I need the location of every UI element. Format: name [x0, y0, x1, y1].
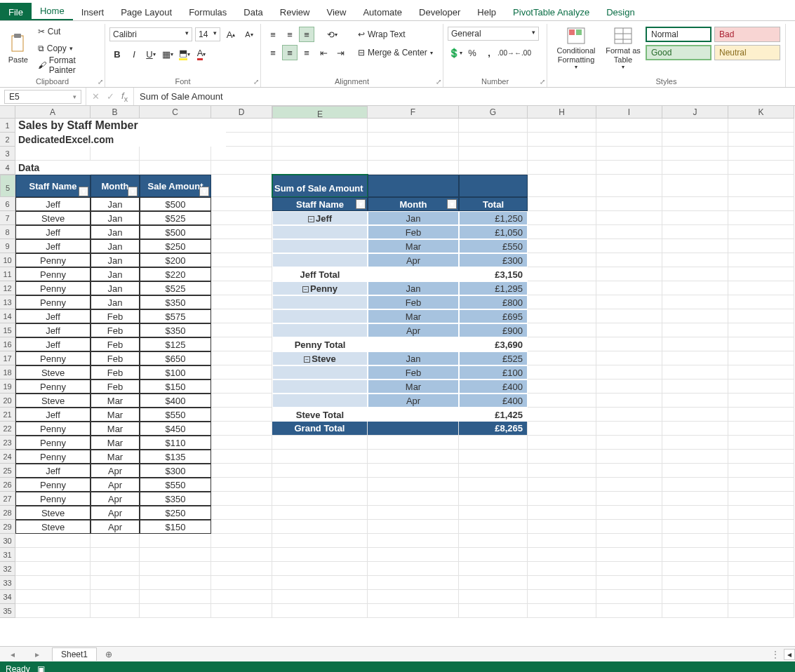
cell-C16[interactable]: $125 [140, 337, 211, 351]
cell-H27[interactable] [528, 492, 596, 506]
cell-H3[interactable] [528, 147, 596, 161]
cell-D21[interactable] [211, 408, 272, 422]
cell-A20[interactable]: Steve [15, 394, 91, 408]
cell-I32[interactable] [596, 562, 662, 576]
cell-G34[interactable] [459, 590, 528, 604]
cell-G22[interactable]: £8,265 [459, 422, 528, 436]
row-header-34[interactable]: 34 [0, 590, 15, 604]
cell-J20[interactable] [662, 394, 728, 408]
cell-B29[interactable]: Apr [91, 520, 140, 534]
percent-icon[interactable]: % [465, 45, 480, 60]
cell-B24[interactable]: Mar [91, 450, 140, 464]
cell-K17[interactable] [728, 351, 794, 365]
cell-F4[interactable] [368, 161, 459, 175]
cell-B35[interactable] [91, 604, 140, 618]
row-header-28[interactable]: 28 [0, 506, 15, 520]
cell-E2[interactable] [272, 133, 368, 147]
cell-C10[interactable]: $200 [140, 253, 211, 267]
cell-A27[interactable]: Penny [15, 492, 91, 506]
cell-A3[interactable] [15, 147, 91, 161]
col-header-A[interactable]: A [15, 106, 91, 119]
cell-H6[interactable] [528, 197, 596, 211]
cell-A11[interactable]: Penny [15, 267, 91, 281]
cell-H32[interactable] [528, 562, 596, 576]
cell-C7[interactable]: $525 [140, 211, 211, 225]
sheet-nav-prev-icon[interactable]: ◂ [11, 650, 15, 659]
cell-A6[interactable]: Jeff [15, 197, 91, 211]
spreadsheet-grid[interactable]: ABCDEFGHIJK 1234567891011121314151617181… [0, 106, 795, 646]
cell-G29[interactable] [459, 520, 528, 534]
cell-G20[interactable]: £400 [459, 394, 528, 408]
cell-H16[interactable] [528, 337, 596, 351]
cell-B30[interactable] [91, 534, 140, 548]
cell-G16[interactable]: £3,690 [459, 337, 528, 351]
italic-icon[interactable]: I [126, 46, 142, 62]
cell-I27[interactable] [596, 492, 662, 506]
cell-I19[interactable] [596, 379, 662, 394]
cell-D32[interactable] [211, 562, 272, 576]
underline-icon[interactable]: U▾ [143, 46, 159, 62]
cell-J9[interactable] [662, 239, 728, 253]
cell-E19[interactable] [272, 379, 368, 394]
cell-E20[interactable] [272, 394, 368, 408]
cell-I8[interactable] [596, 225, 662, 239]
cell-F32[interactable] [368, 562, 459, 576]
cell-K3[interactable] [728, 147, 794, 161]
font-size-select[interactable]: 14▾ [195, 27, 220, 41]
cell-K19[interactable] [728, 379, 794, 394]
cell-E12[interactable]: −Penny [272, 281, 368, 295]
row-header-29[interactable]: 29 [0, 520, 15, 534]
cell-H17[interactable] [528, 351, 596, 365]
cell-F30[interactable] [368, 534, 459, 548]
cell-I21[interactable] [596, 408, 662, 422]
cell-C35[interactable] [140, 604, 211, 618]
col-header-F[interactable]: F [368, 106, 459, 119]
cell-B31[interactable] [91, 548, 140, 562]
row-header-35[interactable]: 35 [0, 604, 15, 618]
cell-F11[interactable] [368, 267, 459, 281]
formula-input[interactable]: Sum of Sale Amount [134, 90, 795, 103]
cell-D12[interactable] [211, 281, 272, 295]
cell-I9[interactable] [596, 239, 662, 253]
cell-B7[interactable]: Jan [91, 211, 140, 225]
cell-C14[interactable]: $575 [140, 309, 211, 323]
row-header-26[interactable]: 26 [0, 478, 15, 492]
cell-K23[interactable] [728, 436, 794, 450]
cell-J35[interactable] [662, 604, 728, 618]
row-header-24[interactable]: 24 [0, 450, 15, 464]
cell-B20[interactable]: Mar [91, 394, 140, 408]
fill-color-icon[interactable]: ⬒▾ [177, 46, 192, 62]
clipboard-launcher-icon[interactable]: ⤢ [98, 78, 103, 86]
cell-B21[interactable]: Mar [91, 408, 140, 422]
cell-J16[interactable] [662, 337, 728, 351]
cell-B18[interactable]: Feb [91, 365, 140, 379]
cell-H24[interactable] [528, 450, 596, 464]
filter-dropdown-icon[interactable]: ▾ [199, 187, 209, 196]
cell-K10[interactable] [728, 253, 794, 267]
row-header-21[interactable]: 21 [0, 408, 15, 422]
cell-B22[interactable]: Mar [91, 422, 140, 436]
cell-B13[interactable]: Jan [91, 295, 140, 309]
cell-K13[interactable] [728, 295, 794, 309]
cell-G6[interactable]: Total [459, 197, 528, 211]
cell-C4[interactable] [140, 161, 211, 175]
cell-J26[interactable] [662, 478, 728, 492]
increase-font-icon[interactable]: A▴ [223, 27, 239, 42]
cell-C18[interactable]: $100 [140, 365, 211, 379]
cell-B32[interactable] [91, 562, 140, 576]
cell-G9[interactable]: £550 [459, 239, 528, 253]
cell-F12[interactable]: Jan [368, 281, 459, 295]
cell-K6[interactable] [728, 197, 794, 211]
cell-D34[interactable] [211, 590, 272, 604]
cell-K22[interactable] [728, 422, 794, 436]
cell-B19[interactable]: Feb [91, 379, 140, 394]
name-box[interactable]: E5▾ [4, 90, 81, 104]
cell-J32[interactable] [662, 562, 728, 576]
cell-K7[interactable] [728, 211, 794, 225]
cell-B16[interactable]: Feb [91, 337, 140, 351]
tab-help[interactable]: Help [469, 3, 505, 20]
row-header-31[interactable]: 31 [0, 548, 15, 562]
cell-G24[interactable] [459, 450, 528, 464]
cell-E27[interactable] [272, 492, 368, 506]
cell-G14[interactable]: £695 [459, 309, 528, 323]
